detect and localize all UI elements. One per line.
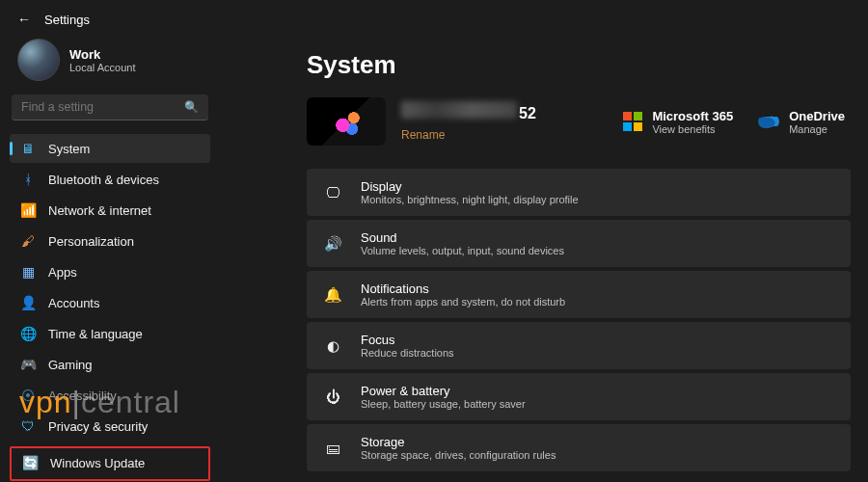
sidebar-nav: 🖥 System ᚼ Bluetooth & devices 📶 Network…: [10, 134, 210, 481]
bell-icon: 🔔: [322, 286, 343, 304]
card-title: Sound: [361, 230, 564, 245]
profile-name: Work: [69, 47, 136, 62]
bluetooth-icon: ᚼ: [19, 172, 37, 187]
onedrive-title: OneDrive: [789, 109, 845, 123]
card-storage[interactable]: 🖴 StorageStorage space, drives, configur…: [307, 424, 851, 471]
profile-block[interactable]: Work Local Account: [10, 33, 210, 94]
sidebar-item-label: Privacy & security: [48, 419, 148, 434]
apps-icon: ▦: [19, 264, 37, 280]
card-focus[interactable]: ◐ FocusReduce distractions: [307, 322, 851, 369]
update-icon: 🔄: [21, 455, 39, 470]
card-title: Storage: [361, 435, 556, 449]
rename-link[interactable]: Rename: [401, 128, 536, 142]
card-title: Notifications: [361, 281, 565, 296]
sidebar-item-label: Bluetooth & devices: [48, 173, 159, 187]
back-arrow-icon[interactable]: ←: [17, 12, 31, 27]
power-icon: ⏻: [322, 388, 343, 405]
settings-cards: 🖵 DisplayMonitors, brightness, night lig…: [307, 169, 851, 471]
sidebar-item-label: Personalization: [48, 234, 134, 249]
sidebar-item-network[interactable]: 📶 Network & internet: [10, 196, 210, 225]
search-icon: 🔍: [184, 100, 199, 114]
card-title: Display: [361, 179, 579, 194]
title-bar: ← Settings: [0, 0, 868, 33]
speaker-icon: 🔊: [322, 235, 343, 253]
accessibility-icon: ⦿: [19, 388, 37, 403]
gamepad-icon: 🎮: [19, 357, 37, 372]
card-sub: Storage space, drives, configuration rul…: [361, 449, 556, 461]
card-sub: Alerts from apps and system, do not dist…: [361, 296, 565, 308]
sidebar-item-label: Network & internet: [48, 203, 151, 218]
microsoft-logo-icon: [623, 112, 642, 131]
card-sub: Monitors, brightness, night light, displ…: [361, 194, 579, 205]
sidebar-item-apps[interactable]: ▦ Apps: [10, 257, 210, 286]
avatar: [17, 39, 60, 81]
sidebar: Work Local Account 🔍 🖥 System ᚼ Bluetoot…: [0, 33, 220, 481]
card-sound[interactable]: 🔊 SoundVolume levels, output, input, sou…: [307, 220, 851, 267]
search-box[interactable]: 🔍: [12, 94, 208, 120]
globe-icon: 🌐: [19, 326, 37, 341]
highlight-annotation: 🔄 Windows Update: [10, 446, 210, 481]
ms365-tile[interactable]: Microsoft 365 View benefits: [623, 109, 733, 135]
card-sub: Volume levels, output, input, sound devi…: [361, 245, 564, 256]
focus-icon: ◐: [322, 337, 343, 355]
sidebar-item-label: Windows Update: [50, 456, 145, 470]
display-icon: 🖥: [19, 141, 37, 156]
device-name-row: 52: [401, 101, 536, 122]
sidebar-item-label: Time & language: [48, 327, 143, 341]
sidebar-item-accounts[interactable]: 👤 Accounts: [10, 288, 210, 317]
onedrive-tile[interactable]: OneDrive Manage: [758, 109, 845, 135]
card-title: Focus: [361, 333, 454, 347]
card-sub: Reduce distractions: [361, 347, 454, 359]
search-input[interactable]: [21, 100, 184, 114]
wifi-icon: 📶: [19, 202, 37, 218]
device-name-redacted: [401, 101, 517, 119]
device-wallpaper-thumb: [307, 97, 386, 146]
sidebar-item-label: Accessibility: [48, 388, 117, 403]
card-title: Power & battery: [361, 384, 526, 398]
page-title: System: [307, 50, 851, 80]
onedrive-icon: [758, 115, 779, 128]
profile-sub: Local Account: [69, 62, 136, 73]
monitor-icon: 🖵: [322, 184, 343, 201]
ms365-sub: View benefits: [652, 123, 733, 135]
app-title: Settings: [44, 13, 90, 27]
sidebar-item-label: Gaming: [48, 358, 93, 372]
sidebar-item-personalization[interactable]: 🖌 Personalization: [10, 227, 210, 255]
sidebar-item-label: System: [48, 142, 90, 156]
sidebar-item-privacy[interactable]: 🛡 Privacy & security: [10, 412, 210, 441]
card-display[interactable]: 🖵 DisplayMonitors, brightness, night lig…: [307, 169, 851, 216]
device-name-suffix: 52: [519, 105, 536, 121]
sidebar-item-label: Apps: [48, 265, 77, 280]
card-sub: Sleep, battery usage, battery saver: [361, 398, 526, 410]
device-hero: 52 Rename Microsoft 365 View benefits On…: [307, 97, 851, 146]
onedrive-sub: Manage: [789, 123, 845, 135]
card-notifications[interactable]: 🔔 NotificationsAlerts from apps and syst…: [307, 271, 851, 318]
storage-icon: 🖴: [322, 440, 343, 456]
main-panel: System 52 Rename Microsoft 365 View bene…: [220, 33, 868, 481]
shield-icon: 🛡: [19, 418, 37, 434]
sidebar-item-system[interactable]: 🖥 System: [10, 134, 210, 163]
brush-icon: 🖌: [19, 233, 37, 249]
sidebar-item-gaming[interactable]: 🎮 Gaming: [10, 350, 210, 379]
sidebar-item-windows-update[interactable]: 🔄 Windows Update: [12, 448, 208, 477]
ms365-title: Microsoft 365: [652, 109, 733, 123]
sidebar-item-accessibility[interactable]: ⦿ Accessibility: [10, 381, 210, 410]
card-power[interactable]: ⏻ Power & batterySleep, battery usage, b…: [307, 373, 851, 420]
sidebar-item-time-language[interactable]: 🌐 Time & language: [10, 319, 210, 348]
sidebar-item-bluetooth[interactable]: ᚼ Bluetooth & devices: [10, 165, 210, 194]
sidebar-item-label: Accounts: [48, 296, 99, 310]
person-icon: 👤: [19, 295, 37, 310]
